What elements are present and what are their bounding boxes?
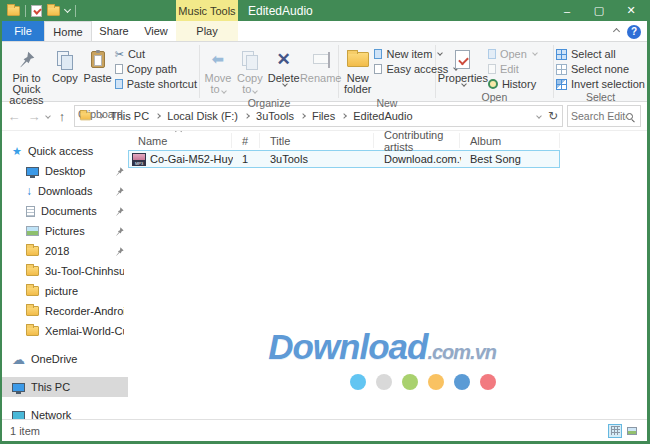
sidebar-item-recorder-android[interactable]: Recorder-Android-T xyxy=(2,301,128,321)
sidebar-item-xemlai-world-cup[interactable]: Xemlai-World-Cup xyxy=(2,321,128,341)
sidebar-item-this-pc[interactable]: This PC xyxy=(2,377,128,397)
cut-button[interactable]: ✂ Cut xyxy=(115,47,197,61)
sidebar-item-label: Quick access xyxy=(28,145,124,157)
music-tools-context-tab[interactable]: Music Tools xyxy=(176,0,238,21)
breadcrumb-files[interactable]: Files xyxy=(312,110,335,122)
sidebar-item-label: Desktop xyxy=(45,165,109,177)
sidebar-item-onedrive[interactable]: ☁ OneDrive xyxy=(2,349,128,369)
ribbon-tab-row: File Home Share View Play ? xyxy=(2,21,647,42)
sidebar-item-label: Documents xyxy=(41,205,109,217)
qat-new-folder-icon[interactable] xyxy=(47,6,60,16)
paste-shortcut-button[interactable]: Paste shortcut xyxy=(115,77,197,91)
properties-button[interactable]: Properties xyxy=(438,45,488,88)
move-to-button[interactable]: ⬅ Move to xyxy=(202,45,234,97)
tab-share[interactable]: Share xyxy=(92,21,136,41)
select-none-button[interactable]: Select none xyxy=(556,62,645,76)
qat-separator xyxy=(25,5,26,17)
breadcrumb-3utools[interactable]: 3uTools xyxy=(256,110,294,122)
address-folder-icon xyxy=(80,112,91,121)
copy-to-icon xyxy=(242,51,257,68)
column-label: Album xyxy=(470,135,501,147)
this-pc-icon xyxy=(12,383,25,392)
pin-icon xyxy=(115,227,124,236)
file-row-selected[interactable]: MP3 Co-Gai-M52-HuyR-... 1 3uTools Downlo… xyxy=(128,150,560,168)
paste-icon xyxy=(91,51,105,68)
copy-to-button[interactable]: Copy to xyxy=(234,45,266,97)
qat-customize-chevron-icon[interactable] xyxy=(64,5,71,12)
qat-properties-icon[interactable] xyxy=(31,5,42,17)
paste-label: Paste xyxy=(84,73,112,84)
file-title-cell: 3uTools xyxy=(261,153,375,165)
details-view-icon xyxy=(611,426,620,435)
folder-icon xyxy=(26,246,39,256)
paste-button[interactable]: Paste xyxy=(81,45,115,86)
address-dropdown-chevron-icon[interactable] xyxy=(536,113,542,119)
pin-to-quick-access-button[interactable]: Pin to Quick access xyxy=(4,45,49,108)
details-view-button[interactable] xyxy=(608,424,622,438)
open-icon xyxy=(488,49,496,59)
search-icon[interactable] xyxy=(626,113,633,120)
tab-file[interactable]: File xyxy=(2,21,44,41)
close-button[interactable]: ✕ xyxy=(615,0,647,21)
sidebar-item-documents[interactable]: Documents xyxy=(2,201,128,221)
sidebar-item-picture[interactable]: picture xyxy=(2,281,128,301)
sidebar-item-network[interactable]: Network xyxy=(2,405,128,419)
dropdown-chevron-icon xyxy=(221,88,227,94)
open-button[interactable]: Open xyxy=(488,47,537,61)
folder-icon xyxy=(26,286,39,296)
maximize-button[interactable]: ▢ xyxy=(583,0,615,21)
delete-button[interactable]: ✕ Delete xyxy=(266,45,302,88)
network-icon xyxy=(12,411,25,420)
file-name-cell[interactable]: MP3 Co-Gai-M52-HuyR-... xyxy=(129,153,233,166)
new-folder-button[interactable]: New folder xyxy=(341,45,375,97)
copy-button[interactable]: Copy xyxy=(49,45,81,86)
select-none-label: Select none xyxy=(571,63,629,75)
edit-button[interactable]: Edit xyxy=(488,62,537,76)
file-list: Name # Title Contributing artists Album … xyxy=(128,131,647,419)
large-icons-view-icon xyxy=(627,427,637,435)
column-label: # xyxy=(242,135,248,147)
column-header-album[interactable]: Album xyxy=(460,133,560,148)
sidebar-item-desktop[interactable]: Desktop xyxy=(2,161,128,181)
ribbon-group-clipboard: Pin to Quick access Copy Paste ✂ Cut xyxy=(2,42,199,101)
folder-icon xyxy=(26,306,39,316)
column-header-title[interactable]: Title xyxy=(260,133,374,148)
status-bar: 1 item xyxy=(2,419,647,441)
sidebar-item-pictures[interactable]: Pictures xyxy=(2,221,128,241)
sidebar-item-quick-access[interactable]: ★ Quick access xyxy=(2,141,128,161)
search-input[interactable] xyxy=(571,110,626,122)
breadcrumb-separator-icon xyxy=(341,113,347,119)
tab-play[interactable]: Play xyxy=(176,21,238,41)
sidebar-item-label: This PC xyxy=(31,381,124,393)
large-icons-view-button[interactable] xyxy=(625,424,639,438)
copy-path-button[interactable]: Copy path xyxy=(115,62,197,76)
tab-view[interactable]: View xyxy=(136,21,176,41)
column-label: Title xyxy=(270,135,290,147)
pushpin-icon xyxy=(18,47,35,71)
history-button[interactable]: History xyxy=(488,77,537,91)
rename-button[interactable]: Rename xyxy=(302,45,340,86)
sidebar-item-3u-tool-chinhsuan[interactable]: 3u-Tool-Chinhsuan xyxy=(2,261,128,281)
download-com-vn-watermark: Download.com.vn xyxy=(236,329,496,390)
minimize-button[interactable]: – xyxy=(551,0,583,21)
column-header-artists[interactable]: Contributing artists xyxy=(374,133,460,148)
sidebar-item-2018[interactable]: 2018 xyxy=(2,241,128,261)
sidebar-item-downloads[interactable]: ↓ Downloads xyxy=(2,181,128,201)
refresh-icon[interactable]: ↻ xyxy=(548,109,558,123)
watermark-dot xyxy=(350,374,366,390)
breadcrumb-editedaudio[interactable]: EditedAudio xyxy=(353,110,412,122)
search-box[interactable] xyxy=(567,105,641,127)
pin-label-line1: Pin to Quick xyxy=(7,73,46,95)
column-header-name[interactable]: Name xyxy=(128,133,232,148)
tab-home[interactable]: Home xyxy=(44,21,92,41)
pin-icon xyxy=(115,187,124,196)
watermark-dot xyxy=(428,374,444,390)
explorer-window: Music Tools EditedAudio – ▢ ✕ File Home … xyxy=(2,0,647,441)
select-all-button[interactable]: Select all xyxy=(556,47,645,61)
sidebar-item-label: Downloads xyxy=(38,185,109,197)
column-header-number[interactable]: # xyxy=(232,133,260,148)
invert-selection-button[interactable]: Invert selection xyxy=(556,77,645,91)
invert-selection-label: Invert selection xyxy=(571,78,645,90)
help-icon[interactable]: ? xyxy=(627,25,641,39)
collapse-ribbon-icon[interactable] xyxy=(613,28,620,35)
